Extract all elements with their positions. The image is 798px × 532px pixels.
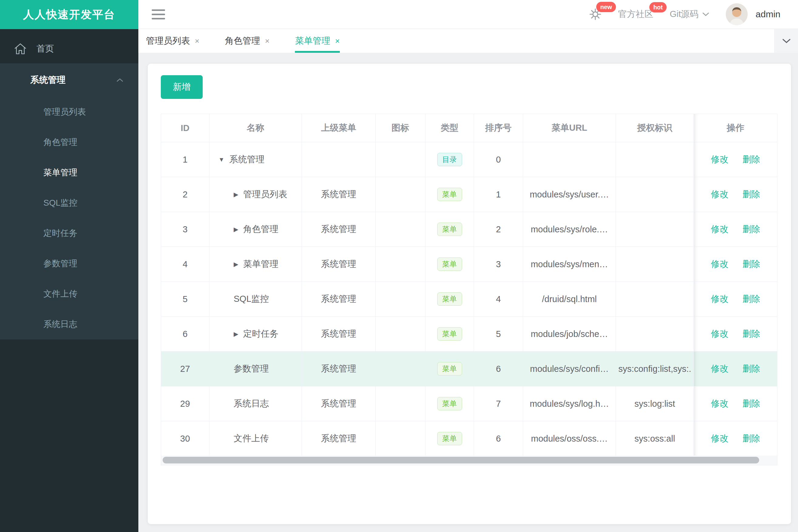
edit-link[interactable]: 修改 [711, 293, 728, 305]
cell-parent: 系统管理 [302, 421, 376, 456]
cell-parent: 系统管理 [302, 282, 376, 316]
close-tab-icon[interactable]: × [265, 36, 270, 46]
tab-1[interactable]: 角色管理× [225, 29, 270, 53]
sidebar-subitem-5[interactable]: 参数管理 [0, 248, 138, 279]
column-header-2: 上级菜单 [302, 114, 376, 142]
sidebar-subitem-6[interactable]: 文件上传 [0, 279, 138, 309]
cell-perms [616, 212, 694, 247]
table-row: 29系统日志系统管理菜单7modules/sys/log.h…sys:log:l… [161, 386, 777, 421]
cell-url [523, 142, 616, 177]
cell-order: 3 [474, 247, 523, 282]
sidebar-subitem-7[interactable]: 系统日志 [0, 309, 138, 339]
cell-order: 5 [474, 317, 523, 351]
sidebar-item-home[interactable]: 首页 [0, 34, 138, 63]
sidebar-subitem-4[interactable]: 定时任务 [0, 218, 138, 248]
delete-link[interactable]: 删除 [742, 363, 760, 375]
avatar[interactable] [726, 3, 748, 25]
type-badge: 菜单 [437, 223, 462, 236]
menu-name: 定时任务 [243, 328, 278, 340]
scrollbar-thumb[interactable] [163, 457, 759, 463]
menu-name: 参数管理 [234, 363, 269, 375]
delete-link[interactable]: 删除 [742, 223, 760, 235]
edit-link[interactable]: 修改 [711, 153, 728, 166]
delete-link[interactable]: 删除 [742, 328, 760, 340]
cell-perms: sys:oss:all [616, 421, 694, 456]
edit-link[interactable]: 修改 [711, 223, 728, 235]
edit-link[interactable]: 修改 [711, 258, 728, 270]
cell-url: modules/sys/role.… [523, 212, 616, 247]
header-actions: new 官方社区 hot Git源码 admin [589, 3, 780, 25]
tab-label: 角色管理 [225, 35, 260, 47]
cell-icon [376, 317, 425, 351]
new-badge: new [596, 2, 616, 12]
delete-link[interactable]: 删除 [742, 153, 760, 166]
expand-row-icon[interactable]: ▶ [234, 330, 238, 338]
cell-actions: 修改删除 [694, 421, 777, 456]
cell-id: 30 [161, 421, 209, 456]
cell-type: 菜单 [425, 421, 474, 456]
delete-link[interactable]: 删除 [742, 398, 760, 410]
delete-link[interactable]: 删除 [742, 433, 760, 445]
delete-link[interactable]: 删除 [742, 188, 760, 201]
cell-id: 5 [161, 282, 209, 316]
git-source-link[interactable]: Git源码 [670, 8, 709, 20]
app-logo: 人人快速开发平台 [0, 0, 138, 29]
edit-link[interactable]: 修改 [711, 188, 728, 201]
sidebar-home-label: 首页 [36, 43, 54, 55]
cell-actions: 修改删除 [694, 282, 777, 316]
tabs-collapse-button[interactable] [774, 29, 798, 53]
type-badge: 菜单 [437, 362, 462, 376]
avatar-image [726, 3, 748, 25]
column-header-8: 操作 [694, 114, 777, 142]
delete-link[interactable]: 删除 [742, 293, 760, 305]
cell-url: modules/job/sche… [523, 317, 616, 351]
cell-actions: 修改删除 [694, 212, 777, 247]
cell-order: 6 [474, 352, 523, 386]
menu-name: 管理员列表 [243, 188, 287, 201]
cell-name: ▶定时任务 [209, 317, 302, 351]
cell-actions: 修改删除 [694, 386, 777, 421]
sidebar-subitem-3[interactable]: SQL监控 [0, 188, 138, 218]
expand-row-icon[interactable]: ▶ [234, 191, 238, 198]
delete-link[interactable]: 删除 [742, 258, 760, 270]
community-link[interactable]: 官方社区 hot [618, 8, 653, 20]
expand-row-icon[interactable]: ▶ [234, 226, 238, 233]
cell-order: 7 [474, 386, 523, 421]
main-content: 新增 ID名称上级菜单图标类型排序号菜单URL授权标识操作 1▼系统管理目录0修… [138, 53, 798, 532]
settings-button[interactable]: new [589, 8, 602, 21]
cell-actions: 修改删除 [694, 352, 777, 386]
edit-link[interactable]: 修改 [711, 328, 728, 340]
cell-order: 0 [474, 142, 523, 177]
cell-id: 2 [161, 177, 209, 212]
add-button[interactable]: 新增 [161, 75, 203, 99]
cell-icon [376, 247, 425, 282]
close-tab-icon[interactable]: × [195, 36, 199, 46]
sidebar-subitem-2[interactable]: 菜单管理 [0, 157, 138, 188]
cell-type: 菜单 [425, 317, 474, 351]
cell-icon [376, 212, 425, 247]
collapse-row-icon[interactable]: ▼ [219, 156, 224, 163]
username[interactable]: admin [756, 9, 780, 19]
tab-0[interactable]: 管理员列表× [146, 29, 199, 53]
menu-name: 菜单管理 [243, 258, 278, 270]
horizontal-scrollbar[interactable] [161, 456, 777, 465]
cell-url: modules/oss/oss.… [523, 421, 616, 456]
close-tab-icon[interactable]: × [335, 36, 339, 46]
user-menu: admin [726, 3, 780, 25]
cell-type: 目录 [425, 142, 474, 177]
expand-row-icon[interactable]: ▶ [234, 261, 238, 268]
sidebar-subitem-0[interactable]: 管理员列表 [0, 97, 138, 127]
table-row: 3▶角色管理系统管理菜单2modules/sys/role.…修改删除 [161, 212, 777, 247]
edit-link[interactable]: 修改 [711, 398, 728, 410]
edit-link[interactable]: 修改 [711, 363, 728, 375]
sidebar-toggle-button[interactable] [152, 7, 165, 22]
cell-icon [376, 386, 425, 421]
tab-2[interactable]: 菜单管理× [295, 29, 339, 53]
tab-label: 菜单管理 [295, 35, 330, 47]
sidebar-group-toggle[interactable]: 系统管理 [0, 63, 138, 97]
git-label: Git源码 [670, 8, 699, 20]
column-header-1: 名称 [209, 114, 302, 142]
edit-link[interactable]: 修改 [711, 433, 728, 445]
sidebar-subitem-1[interactable]: 角色管理 [0, 127, 138, 157]
type-badge: 菜单 [437, 292, 462, 306]
